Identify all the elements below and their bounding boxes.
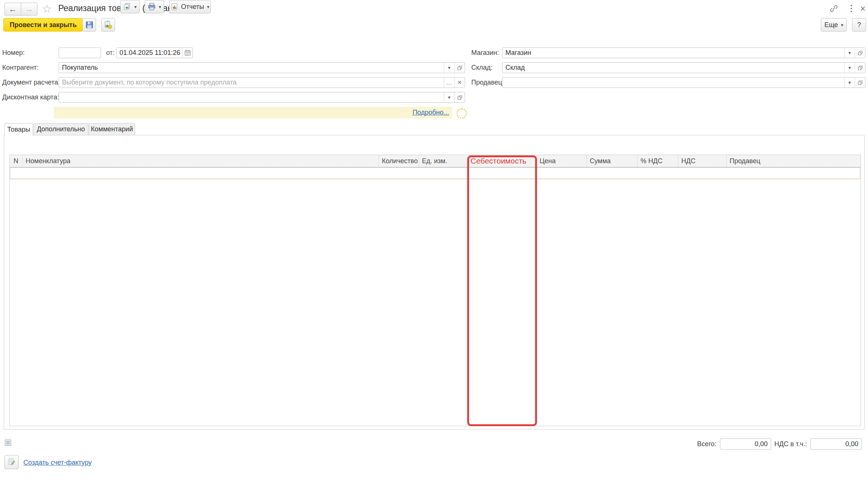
vat-total-value: 0,00 [845, 440, 858, 448]
tab-goods[interactable]: Товары [4, 123, 33, 136]
get-link-icon[interactable] [829, 4, 839, 13]
counterparty-input[interactable]: Покупатель ▾ [59, 62, 465, 73]
tab-additional[interactable]: Дополнительно [33, 123, 88, 135]
store-value: Магазин [502, 48, 844, 58]
store-dropdown-button[interactable]: ▾ [844, 48, 855, 58]
kebab-dots-icon [851, 4, 852, 13]
column-header-price[interactable]: Цена [537, 155, 587, 167]
settlement-doc-label: Документ расчета: [2, 77, 60, 88]
number-label: Номер: [2, 47, 24, 58]
clear-x-icon: × [458, 79, 462, 86]
info-bar: Подробно... [54, 107, 452, 118]
store-input[interactable]: Магазин ▾ [502, 47, 865, 58]
open-in-new-icon [457, 95, 462, 100]
discount-card-open-button[interactable] [454, 92, 465, 102]
seller-dropdown-button[interactable]: ▾ [844, 78, 855, 88]
column-header-cost[interactable]: Себестоимость [469, 155, 537, 167]
create-based-on-button[interactable]: ▾ [120, 0, 140, 13]
column-header-seller[interactable]: Продавец [727, 155, 861, 167]
report-chart-icon [171, 3, 178, 10]
back-button[interactable]: ← [4, 3, 21, 16]
store-label: Магазин: [471, 47, 499, 58]
chevron-down-icon: ▾ [448, 65, 451, 70]
post-and-close-button[interactable]: Провести и закрыть [3, 18, 83, 32]
save-button[interactable] [82, 18, 96, 32]
printer-icon [148, 3, 156, 11]
window-menu-icon[interactable] [846, 4, 856, 13]
seller-input[interactable]: ▾ [502, 77, 865, 88]
chevron-down-icon: ▾ [848, 65, 851, 70]
details-link[interactable]: Подробно... [413, 109, 449, 116]
favorite-star-icon[interactable]: ☆ [42, 2, 52, 15]
warehouse-input[interactable]: Склад ▾ [502, 62, 865, 73]
column-header-vat-percent[interactable]: % НДС [638, 155, 678, 167]
post-document-button[interactable] [101, 18, 115, 32]
date-input[interactable]: 01.04.2025 11:01:26 [116, 47, 193, 58]
list-grid-icon [4, 439, 12, 446]
settlement-doc-clear-button[interactable]: × [454, 78, 465, 88]
calendar-button[interactable] [182, 48, 193, 58]
vat-total-label: НДС в т.ч.: [774, 440, 807, 448]
column-header-vat[interactable]: НДС [678, 155, 727, 167]
post-document-icon [104, 21, 112, 29]
seller-open-button[interactable] [855, 78, 865, 88]
column-header-nomenclature[interactable]: Номенклатура [23, 155, 379, 167]
discount-card-dropdown-button[interactable]: ▾ [444, 92, 454, 102]
chevron-down-icon: ▾ [848, 80, 851, 85]
store-open-button[interactable] [855, 48, 865, 58]
total-value: 0,00 [755, 440, 768, 448]
close-window-icon[interactable]: × [858, 4, 868, 13]
chain-link-icon [830, 4, 838, 13]
close-icon: × [860, 3, 866, 14]
open-in-new-icon [457, 65, 462, 70]
reports-label: Отчеты [181, 3, 204, 11]
table-header-row: N Номенклатура Количество Ед. изм. Себес… [10, 155, 861, 167]
goods-table: N Номенклатура Количество Ед. изм. Себес… [9, 155, 861, 426]
total-label: Всего: [697, 440, 716, 448]
counterparty-value: Покупатель [59, 63, 444, 73]
counterparty-open-button[interactable] [454, 63, 465, 73]
totals-bar: Всего: 0,00 НДС в т.ч.: 0,00 [697, 438, 862, 450]
dropdown-icon: ▾ [207, 4, 210, 9]
reports-button[interactable]: Отчеты ▾ [169, 0, 211, 13]
warehouse-label: Склад: [471, 62, 492, 73]
warehouse-open-button[interactable] [855, 63, 865, 73]
document-window: ← → ☆ Реализация товаров (создание) * × … [0, 0, 868, 484]
table-settings-icon[interactable] [4, 439, 12, 448]
discount-card-input[interactable]: ▾ [59, 92, 465, 103]
vat-total-value-field[interactable]: 0,00 [810, 438, 862, 450]
number-input[interactable] [59, 47, 101, 58]
column-header-quantity[interactable]: Количество [379, 155, 419, 167]
open-in-new-icon [858, 65, 863, 70]
seller-label: Продавец: [471, 77, 504, 88]
invoice-document-icon [7, 458, 16, 466]
create-invoice-link[interactable]: Создать счет-фактуру [23, 459, 92, 467]
counterparty-label: Контрагент: [2, 62, 39, 73]
create-based-on-icon [123, 3, 131, 11]
column-header-unit[interactable]: Ед. изм. [419, 155, 469, 167]
more-label: Еще [824, 21, 838, 29]
floppy-disk-icon [85, 21, 94, 29]
chevron-down-icon: ▾ [848, 50, 851, 55]
dropdown-icon: ▾ [134, 4, 137, 9]
help-button[interactable]: ? [852, 18, 866, 32]
column-header-n[interactable]: N [10, 155, 23, 167]
table-current-row[interactable] [10, 167, 860, 179]
counterparty-dropdown-button[interactable]: ▾ [444, 63, 454, 73]
open-in-new-icon [858, 80, 863, 85]
create-invoice-button[interactable] [4, 455, 19, 469]
warehouse-dropdown-button[interactable]: ▾ [844, 63, 855, 73]
settlement-doc-input[interactable]: Выберите документ, по которому поступила… [59, 77, 465, 88]
forward-button[interactable]: → [21, 3, 37, 16]
total-value-field[interactable]: 0,00 [720, 438, 771, 450]
chevron-down-icon: ▾ [448, 95, 451, 100]
date-value: 01.04.2025 11:01:26 [117, 48, 182, 58]
more-button-top[interactable]: Еще ▾ [821, 18, 847, 32]
open-in-new-icon [858, 50, 863, 56]
seller-value [502, 78, 844, 88]
busy-spinner-icon [456, 108, 467, 119]
column-header-sum[interactable]: Сумма [587, 155, 638, 167]
print-button[interactable]: ▾ [145, 0, 164, 13]
tab-comment[interactable]: Комментарий [89, 123, 135, 135]
settlement-doc-choose-button[interactable]: ... [444, 78, 454, 88]
